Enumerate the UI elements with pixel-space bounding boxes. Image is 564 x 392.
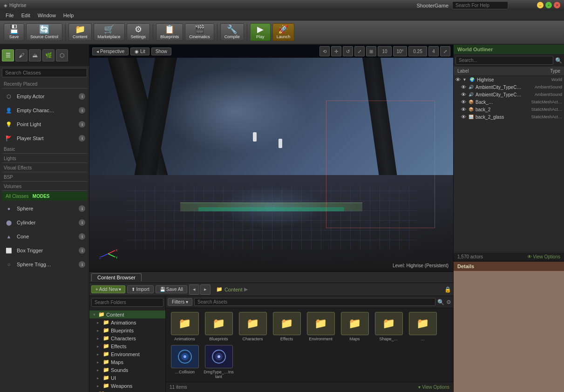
wo-vis-icon[interactable]: 👁	[461, 84, 466, 90]
menu-file[interactable]: File	[2, 12, 18, 19]
cb-folder-search-input[interactable]	[91, 298, 163, 307]
modes-item-box-trigger[interactable]: ⬜ Box Trigger ℹ	[2, 243, 87, 257]
tree-item-characters[interactable]: ▸ 📁 Characters	[89, 334, 165, 342]
max-fps-button[interactable]: 4	[428, 46, 439, 56]
modes-item-point-light[interactable]: 💡 Point Light ℹ	[2, 117, 87, 131]
wo-expand-icon[interactable]: ▼	[462, 77, 468, 82]
tree-item-maps[interactable]: ▸ 📁 Maps	[89, 358, 165, 366]
save-button[interactable]: 💾 Save	[4, 23, 24, 41]
wo-view-options-button[interactable]: 👁 View Options	[527, 254, 560, 259]
maximize-viewport-button[interactable]: ⤢	[440, 46, 450, 56]
cylinder-info[interactable]: ℹ	[79, 219, 85, 226]
cb-view-options-button[interactable]: ▾ View Options	[418, 385, 449, 390]
grid-size-button[interactable]: 10	[378, 46, 392, 56]
menu-window[interactable]: Window	[34, 12, 60, 19]
asset-characters[interactable]: 📁 Characters	[238, 312, 268, 341]
save-all-button[interactable]: 💾 Save All	[156, 285, 187, 293]
modes-item-sphere-trigger[interactable]: ○ Sphere Trigg… ℹ	[2, 257, 87, 271]
tree-item-environment[interactable]: ▸ 📁 Environment	[89, 350, 165, 358]
modes-search-input[interactable]	[2, 68, 87, 77]
source-control-button[interactable]: 🔄 Source Control	[26, 23, 62, 41]
cb-forward-button[interactable]: ▸	[200, 284, 211, 295]
compile-button[interactable]: 🔧 Compile	[220, 23, 244, 41]
modes-item-player-start[interactable]: 🚩 Player Start ℹ	[2, 131, 87, 145]
menu-help[interactable]: Help	[60, 12, 78, 19]
content-browser-tab[interactable]: Content Browser	[91, 273, 142, 281]
modes-item-cylinder[interactable]: ⬤ Cylinder ℹ	[2, 216, 87, 230]
help-search[interactable]	[452, 1, 508, 9]
modes-tab-paint[interactable]: 🖌	[15, 49, 27, 61]
cb-path-content[interactable]: Content	[224, 287, 243, 292]
perspective-button[interactable]: ◂ Perspective	[92, 47, 129, 55]
point-light-info[interactable]: ℹ	[79, 121, 85, 128]
asset-blueprints[interactable]: 📁 Blueprints	[204, 312, 234, 341]
asset-dmgtype[interactable]: DmgType_…Instant	[204, 345, 234, 379]
asset-maps[interactable]: 📁 Maps	[340, 312, 370, 341]
play-button[interactable]: ▶ Play	[250, 23, 271, 41]
wo-vis-icon[interactable]: 👁	[461, 114, 466, 120]
asset-misc1[interactable]: 📁 …	[408, 312, 438, 341]
tree-item-blueprints[interactable]: ▸ 📁 Blueprints	[89, 326, 165, 334]
asset-animations[interactable]: 📁 Animations	[170, 312, 200, 341]
modes-tab-geometry[interactable]: ⬡	[56, 49, 68, 61]
wo-item-back2[interactable]: 👁 📦 back_2 StaticMeshAct…	[454, 106, 564, 113]
add-new-button[interactable]: + Add New ▾	[91, 285, 125, 293]
wo-vis-icon[interactable]: 👁	[455, 77, 461, 82]
lit-button[interactable]: ◉ Lit	[130, 47, 149, 55]
tree-item-effects[interactable]: ▸ 📁 Effects	[89, 342, 165, 350]
cb-assets-search-input[interactable]	[194, 298, 435, 306]
maximize-button[interactable]: +	[545, 2, 552, 8]
modes-item-cone[interactable]: ▲ Cone ℹ	[2, 230, 87, 243]
wo-item-ambient2[interactable]: 👁 🔊 AmbientCity_TypeC_… AmbientSound	[454, 91, 564, 98]
launch-button[interactable]: 🚀 Launch	[272, 23, 295, 41]
settings-button[interactable]: ⚙ Settings	[127, 23, 150, 41]
blueprints-button[interactable]: 📋 Blueprints	[156, 23, 183, 41]
cb-lock-button[interactable]: 🔒	[444, 286, 451, 293]
cb-options-button[interactable]: ⚙	[446, 299, 451, 305]
tree-item-sounds[interactable]: ▸ 📁 Sounds	[89, 366, 165, 374]
empty-actor-info[interactable]: ℹ	[79, 93, 85, 100]
wo-vis-icon[interactable]: 👁	[461, 99, 466, 105]
tree-item-content[interactable]: ▼ 📁 Content	[89, 311, 165, 318]
modes-item-empty-char[interactable]: 👤 Empty Charac… ℹ	[2, 103, 87, 117]
wo-item-back2glass[interactable]: 👁 🪟 back_2_glass StaticMeshAct…	[454, 113, 564, 121]
camera-speed-button[interactable]: ⟲	[319, 46, 330, 56]
rotate-button[interactable]: ↺	[343, 46, 353, 56]
show-button[interactable]: Show	[151, 47, 171, 55]
tree-item-weapons[interactable]: ▸ 📁 Weapons	[89, 382, 165, 390]
window-controls[interactable]: – + ✕	[537, 2, 560, 8]
modes-item-sphere[interactable]: ● Sphere ℹ	[2, 202, 87, 216]
asset-collision[interactable]: …Collision	[170, 345, 200, 379]
modes-tab-landscape[interactable]: ⛰	[29, 49, 41, 61]
scale-button[interactable]: ⤢	[354, 46, 365, 56]
wo-item-back[interactable]: 👁 📦 Back_… StaticMeshAct…	[454, 98, 564, 106]
tree-item-animations[interactable]: ▸ 📁 Animations	[89, 318, 165, 326]
modes-tab-foliage[interactable]: 🌿	[42, 49, 54, 61]
sphere-trigger-info[interactable]: ℹ	[79, 261, 85, 268]
viewport[interactable]: ◂ Perspective ◉ Lit Show ⟲ ✛ ↺	[89, 45, 453, 271]
grid-snap-button[interactable]: ⊞	[366, 46, 376, 56]
scale-snap-button[interactable]: 0.25	[408, 46, 427, 56]
marketplace-button[interactable]: 🛒 Marketplace	[94, 23, 125, 41]
wo-item-ambient1[interactable]: 👁 🔊 AmbientCity_TypeC_Stereo AmbientSoun…	[454, 83, 564, 91]
close-button[interactable]: ✕	[554, 2, 560, 8]
sphere-info[interactable]: ℹ	[79, 205, 85, 212]
minimize-button[interactable]: –	[537, 2, 544, 8]
menu-edit[interactable]: Edit	[18, 12, 34, 19]
rotation-snap-button[interactable]: 10°	[393, 46, 407, 56]
tree-item-ui[interactable]: ▸ 📁 UI	[89, 374, 165, 382]
tree-item-cpp-classes[interactable]: ▸ 📁 C++ Classes	[89, 390, 165, 392]
modes-item-empty-actor[interactable]: ⬡ Empty Actor ℹ	[2, 89, 87, 103]
wo-search-input[interactable]	[455, 56, 553, 65]
wo-vis-icon[interactable]: 👁	[461, 107, 466, 112]
import-button[interactable]: ⬆ Import	[127, 285, 153, 293]
translate-button[interactable]: ✛	[331, 46, 341, 56]
asset-environment[interactable]: 📁 Environment	[306, 312, 336, 341]
cone-info[interactable]: ℹ	[79, 233, 85, 240]
cb-back-button[interactable]: ◂	[189, 284, 199, 295]
box-trigger-info[interactable]: ℹ	[79, 247, 85, 254]
wo-item-highrise[interactable]: 👁 ▼ 🌍 Highrise World	[454, 76, 564, 83]
content-button[interactable]: 📁 Content	[68, 23, 92, 41]
empty-char-info[interactable]: ℹ	[79, 107, 85, 114]
player-start-info[interactable]: ℹ	[79, 135, 85, 142]
